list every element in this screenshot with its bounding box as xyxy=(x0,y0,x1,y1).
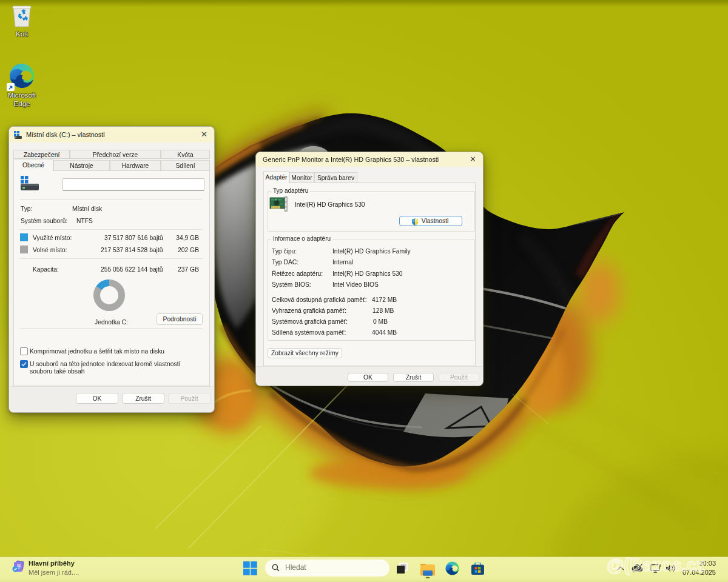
svg-text:@(Bazos.cz: @(Bazos.cz xyxy=(607,555,705,575)
